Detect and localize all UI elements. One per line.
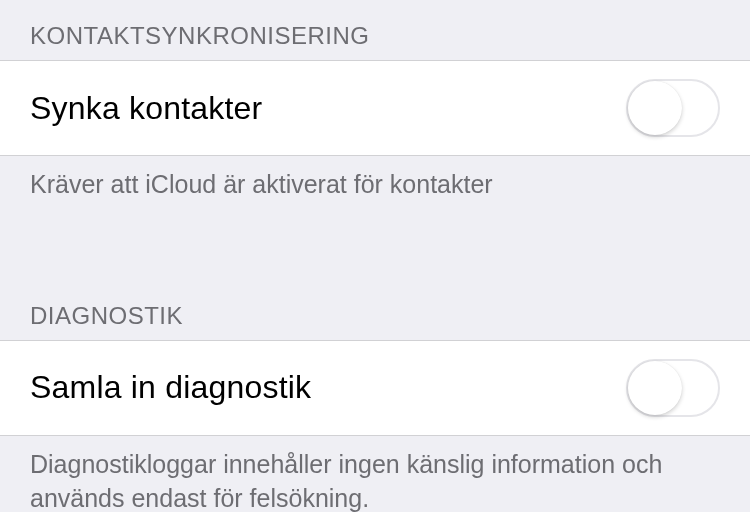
section-header-diagnostics: DIAGNOSTIK: [0, 268, 750, 340]
cell-label-collect-diagnostics: Samla in diagnostik: [30, 369, 311, 406]
toggle-knob: [628, 81, 682, 135]
cell-label-sync-contacts: Synka kontakter: [30, 90, 262, 127]
cell-collect-diagnostics: Samla in diagnostik: [0, 340, 750, 436]
section-footer-contact-sync: Kräver att iCloud är aktiverat för konta…: [0, 156, 750, 212]
toggle-sync-contacts[interactable]: [626, 79, 720, 137]
toggle-collect-diagnostics[interactable]: [626, 359, 720, 417]
section-header-contact-sync: KONTAKTSYNKRONISERING: [0, 0, 750, 60]
toggle-knob: [628, 361, 682, 415]
cell-sync-contacts: Synka kontakter: [0, 60, 750, 156]
section-footer-diagnostics: Diagnostikloggar innehåller ingen känsli…: [0, 436, 750, 512]
section-spacer: [0, 212, 750, 268]
